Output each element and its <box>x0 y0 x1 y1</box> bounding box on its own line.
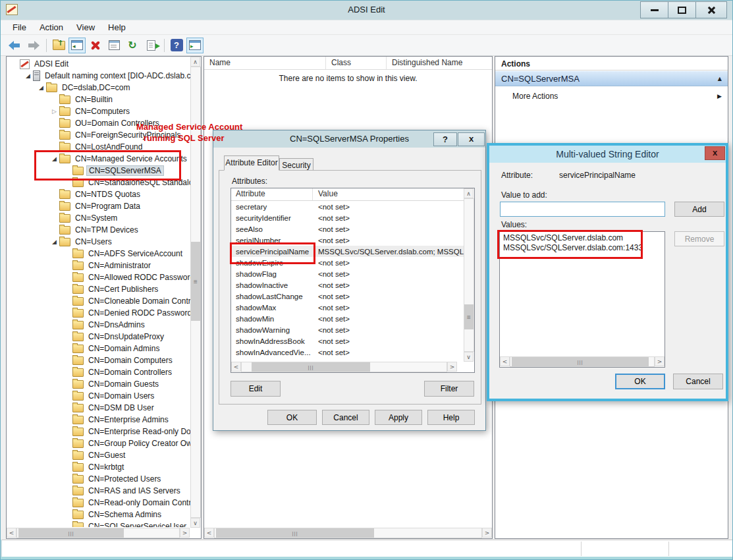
mvse-cancel-button[interactable]: Cancel <box>673 374 723 389</box>
attribute-row[interactable]: shadowExpire<not set> <box>231 257 464 268</box>
expander-icon[interactable]: ◢ <box>49 155 59 162</box>
attribute-row[interactable]: serialNumber<not set> <box>231 235 464 246</box>
tree-item[interactable]: CN=Enterprise Read-only Domain <box>7 426 190 437</box>
refresh-button[interactable] <box>124 38 141 53</box>
tree-item[interactable]: ◢Default naming context [DIO-ADC.dslab.c… <box>7 70 190 82</box>
scroll-track[interactable] <box>464 198 474 352</box>
attributes-horizontal-scrollbar[interactable] <box>231 362 457 372</box>
expander-icon[interactable]: ▷ <box>49 108 59 115</box>
collapse-caret-icon[interactable] <box>718 76 722 82</box>
attribute-row[interactable]: seeAlso<not set> <box>231 223 464 235</box>
properties-button[interactable] <box>105 38 122 53</box>
scroll-track[interactable] <box>214 528 482 538</box>
scroll-left-button[interactable] <box>500 356 510 366</box>
tree-item[interactable]: CN=Administrator <box>7 260 190 271</box>
attribute-row[interactable]: showInAddressBook<not set> <box>231 335 464 347</box>
scroll-up-button[interactable] <box>464 188 474 198</box>
show-action-pane-button[interactable] <box>186 38 204 53</box>
tree-item[interactable]: CN=Read-only Domain Controlle <box>7 497 190 509</box>
scroll-up-button[interactable] <box>190 57 200 67</box>
scroll-left-button[interactable] <box>231 362 241 372</box>
close-button[interactable] <box>696 1 727 18</box>
attribute-row[interactable]: shadowFlag<not set> <box>231 268 464 279</box>
values-horizontal-scrollbar[interactable] <box>500 356 665 367</box>
scroll-thumb[interactable] <box>216 528 374 538</box>
scroll-right-button[interactable] <box>482 528 492 538</box>
expander-icon[interactable]: ◢ <box>36 84 46 91</box>
tree-item[interactable]: CN=DnsAdmins <box>7 319 190 331</box>
scroll-track[interactable] <box>241 362 447 372</box>
maximize-button[interactable] <box>668 1 696 18</box>
tree-item[interactable]: CN=ADFS ServiceAccount <box>7 248 190 260</box>
expander-icon[interactable]: ◢ <box>49 238 59 245</box>
attribute-row[interactable]: securityIdentifier<not set> <box>231 212 464 223</box>
ok-button[interactable]: OK <box>267 410 317 425</box>
tree-item[interactable]: CN=Cert Publishers <box>7 283 190 295</box>
scroll-right-button[interactable] <box>655 356 665 366</box>
attribute-row[interactable]: shadowLastChange<not set> <box>231 291 464 302</box>
tree-item[interactable]: CN=krbtgt <box>7 461 190 473</box>
mvse-ok-button[interactable]: OK <box>615 374 665 389</box>
tree-item[interactable]: CN=Domain Controllers <box>7 366 190 378</box>
tree-item[interactable]: ◢DC=dslab,DC=com <box>7 82 190 94</box>
tab-attribute-editor[interactable]: Attribute Editor <box>224 155 279 171</box>
edit-button[interactable]: Edit <box>231 381 281 397</box>
forward-button[interactable] <box>24 38 41 53</box>
attribute-row[interactable]: shadowInactive<not set> <box>231 279 464 291</box>
tree-item[interactable]: CN=System <box>7 212 190 224</box>
menu-action[interactable]: Action <box>33 21 70 34</box>
tree-item[interactable]: CN=Protected Users <box>7 473 190 485</box>
tree-item[interactable]: CN=NTDS Quotas <box>7 188 190 200</box>
tree-item[interactable]: CN=StandaloneSQL StandaloneSQ <box>7 177 190 188</box>
tree-item[interactable]: CN=Denied RODC Password Repli <box>7 307 190 319</box>
attribute-row[interactable]: showInAdvancedVie...<not set> <box>231 347 464 358</box>
scroll-thumb[interactable] <box>464 304 474 329</box>
cancel-button[interactable]: Cancel <box>322 410 369 425</box>
menu-view[interactable]: View <box>70 21 101 34</box>
tree-item[interactable]: CN=Enterprise Admins <box>7 414 190 426</box>
attribute-row[interactable]: shadowMin<not set> <box>231 313 464 324</box>
actions-section-header[interactable]: CN=SQLServerMSA <box>495 71 728 86</box>
minimize-button[interactable] <box>640 1 668 18</box>
help-button[interactable] <box>168 38 185 53</box>
scroll-track[interactable] <box>16 528 180 538</box>
tree-item[interactable]: CN=TPM Devices <box>7 224 190 236</box>
tree-item[interactable]: CN=Group Policy Creator Owners <box>7 437 190 449</box>
add-button[interactable]: Add <box>674 202 724 217</box>
tree-item[interactable]: CN=RAS and IAS Servers <box>7 485 190 497</box>
dialog-close-button[interactable] <box>458 132 485 146</box>
scroll-right-button[interactable] <box>447 362 457 372</box>
tree-horizontal-scrollbar[interactable] <box>7 528 190 538</box>
column-header-distinguished-name[interactable]: Distinguished Name <box>387 57 492 69</box>
tree-item[interactable]: CN=Program Data <box>7 200 190 212</box>
tree-item[interactable]: CN=Domain Guests <box>7 378 190 390</box>
menu-file[interactable]: File <box>6 21 33 34</box>
attribute-row[interactable]: shadowWarning<not set> <box>231 324 464 335</box>
tree-item[interactable]: CN=Schema Admins <box>7 509 190 520</box>
tree-item[interactable]: ADSI Edit <box>7 58 190 70</box>
tree-item[interactable]: CN=Domain Computers <box>7 354 190 366</box>
tree-item[interactable]: CN=SQLServerMSA <box>7 165 190 177</box>
tree-item[interactable]: ▷CN=Computers <box>7 105 190 117</box>
tree-item[interactable]: ◢CN=Managed Service Accounts <box>7 153 190 165</box>
tree-item[interactable]: ◢CN=Users <box>7 236 190 248</box>
up-one-level-button[interactable] <box>50 38 67 53</box>
scroll-thumb[interactable] <box>252 362 370 372</box>
delete-button[interactable] <box>87 38 104 53</box>
scroll-thumb[interactable] <box>18 528 124 538</box>
tree-item[interactable]: CN=Builtin <box>7 94 190 105</box>
tree-item[interactable]: CN=Guest <box>7 449 190 461</box>
filter-button[interactable]: Filter <box>424 381 474 397</box>
tree-item[interactable]: CN=SQLServerServiceUser <box>7 520 190 527</box>
tree-item[interactable]: CN=DnsUpdateProxy <box>7 331 190 343</box>
tree-item[interactable]: CN=Cloneable Domain Controller <box>7 295 190 307</box>
tree-item[interactable]: CN=Allowed RODC Password Rep <box>7 271 190 283</box>
export-list-button[interactable] <box>142 38 159 53</box>
value-to-add-input[interactable] <box>500 202 665 217</box>
remove-button[interactable]: Remove <box>674 231 724 246</box>
scroll-left-button[interactable] <box>204 528 214 538</box>
menu-help[interactable]: Help <box>101 21 132 34</box>
scroll-left-button[interactable] <box>7 528 16 538</box>
scroll-track[interactable] <box>510 356 655 367</box>
scroll-thumb[interactable] <box>191 242 200 321</box>
